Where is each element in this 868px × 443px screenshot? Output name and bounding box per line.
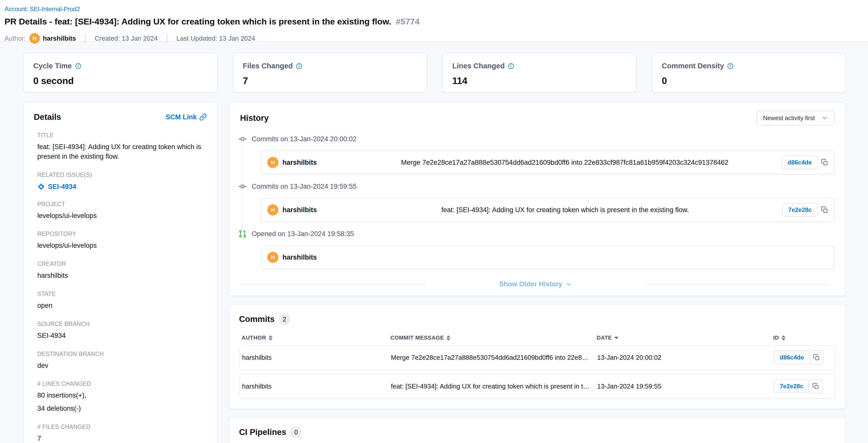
info-icon[interactable] (296, 63, 302, 69)
field-label: DESTINATION BRANCH (37, 351, 207, 357)
column-header-id[interactable]: ID (773, 334, 833, 341)
sort-desc-icon (614, 337, 618, 339)
ci-pipelines-count-badge: 0 (290, 426, 302, 438)
copy-icon[interactable] (809, 350, 824, 364)
info-icon[interactable] (727, 63, 734, 69)
metric-card-lines-changed: Lines Changed 114 (442, 53, 637, 93)
divider (167, 34, 167, 42)
cell-id: 7e2e28c (774, 379, 832, 393)
metric-value: 114 (453, 76, 627, 86)
timeline-connector (242, 145, 243, 183)
pr-author-avatar: H (267, 252, 278, 263)
cell-commit-message: feat: [SEI-4934]: Adding UX for creating… (391, 382, 597, 390)
commit-hash-chip[interactable]: 7e2e28c (782, 203, 818, 217)
field-value: 34 deletions(-) (37, 404, 207, 413)
sort-icon (781, 335, 785, 341)
copy-icon[interactable] (821, 159, 829, 166)
field-label: STATE (37, 291, 207, 297)
commit-hash-chip[interactable]: 7e2e28c (774, 379, 809, 393)
show-older-history-button[interactable]: Show Older History (499, 280, 572, 288)
metric-label: Files Changed (243, 62, 293, 70)
git-pull-request-icon (238, 229, 248, 239)
cell-author: harshilbits (242, 354, 391, 361)
detail-field-destination-branch: DESTINATION BRANCH dev (34, 351, 207, 371)
link-icon (199, 113, 207, 121)
history-event-heading: Opened on 13-Jan-2024 19:58:35 (252, 229, 834, 239)
copy-icon[interactable] (821, 206, 829, 214)
history-title: History (240, 113, 269, 123)
commits-title: Commits (239, 314, 275, 324)
history-commit-row: H harshilbits Merge 7e2e28ce17a27a888e53… (261, 151, 834, 174)
field-value: dev (37, 361, 207, 371)
history-sort-dropdown[interactable]: Newest activity first (756, 111, 834, 125)
history-panel: History Newest activity first (228, 102, 846, 296)
history-event-heading: Commits on 13-Jan-2024 20:00:02 (252, 134, 834, 144)
field-value: levelops/ui-levelops (37, 241, 207, 250)
field-label: # FILES CHANGED (37, 423, 207, 431)
metric-card-files-changed: Files Changed 7 (233, 53, 427, 93)
field-value: SEI-4934 (37, 331, 207, 341)
commit-author-avatar: H (267, 157, 278, 168)
field-value: open (37, 301, 207, 311)
field-label: CREATOR (37, 261, 207, 267)
cell-id: d86c4de (774, 350, 832, 364)
field-value: 7 (37, 434, 207, 443)
sort-icon (446, 335, 451, 341)
field-label: # LINES CHANGED (37, 380, 207, 387)
commits-panel: Commits 2 AUTHOR COMMIT MESSAGE DATE (228, 304, 846, 409)
author-avatar: H (29, 33, 40, 43)
git-commit-icon (238, 134, 248, 144)
ci-pipelines-panel: CI Pipelines 0 No Data (228, 417, 846, 443)
page-title: PR Details - feat: [SEI-4934]: Adding UX… (4, 17, 391, 27)
pr-author-name: harshilbits (282, 254, 317, 261)
column-header-commit-message[interactable]: COMMIT MESSAGE (391, 334, 597, 341)
cell-commit-message: Merge 7e2e28ce17a27a888e530754dd6ad21609… (391, 354, 597, 361)
detail-field-project: PROJECT levelops/ui-levelops (34, 201, 207, 221)
history-opened-row: H harshilbits (261, 245, 834, 269)
cell-author: harshilbits (242, 382, 391, 390)
created-date: Created: 13 Jan 2024 (95, 35, 158, 42)
sort-icon (269, 335, 273, 341)
divider (240, 284, 426, 285)
table-row: harshilbits Merge 7e2e28ce17a27a888e5307… (239, 345, 835, 370)
commit-hash-chip[interactable]: d86c4de (774, 351, 810, 364)
account-breadcrumb-link[interactable]: Account: SEI-Internal-Prod2 (4, 5, 80, 12)
info-icon[interactable] (508, 63, 514, 69)
column-header-date[interactable]: DATE (597, 334, 773, 341)
detail-field-related-issues: RELATED ISSUE(S) SEI-4934 (34, 172, 207, 191)
field-label: SOURCE BRANCH (37, 321, 207, 327)
field-label: REPOSITORY (37, 231, 207, 237)
column-label: COMMIT MESSAGE (391, 334, 444, 341)
pr-number: #5774 (396, 17, 420, 27)
empty-state: No Data (239, 440, 835, 443)
detail-field-repository: REPOSITORY levelops/ui-levelops (34, 231, 207, 250)
ci-pipelines-title: CI Pipelines (239, 427, 286, 437)
show-older-history-label: Show Older History (499, 280, 562, 288)
metrics-row: Cycle Time 0 second Files Changed 7 Line… (23, 53, 846, 93)
history-commit-row: H harshilbits feat: [SEI-4934]: Adding U… (261, 198, 834, 222)
git-commit-icon (238, 181, 248, 191)
related-issue-link[interactable]: SEI-4934 (37, 183, 207, 191)
column-label: ID (773, 334, 779, 341)
field-label: RELATED ISSUE(S) (37, 172, 207, 178)
related-issue-key: SEI-4934 (48, 183, 76, 191)
scm-link[interactable]: SCM Link (166, 113, 207, 121)
history-event-heading: Commits on 13-Jan-2024 19:59:55 (252, 181, 834, 191)
metric-label: Cycle Time (33, 62, 72, 70)
info-icon[interactable] (75, 63, 82, 69)
metric-card-comment-density: Comment Density 0 (652, 53, 846, 93)
last-updated-date: Last Updated: 13 Jan 2024 (176, 35, 255, 42)
author-label: Author: (4, 35, 26, 42)
cell-date: 13-Jan-2024 19:59:55 (597, 382, 774, 390)
commit-message: feat: [SEI-4934]: Adding UX for creating… (348, 206, 782, 214)
copy-icon[interactable] (809, 379, 823, 393)
details-panel: Details SCM Link TITLE feat: [SEI-4934]:… (23, 102, 217, 443)
commit-hash-chip[interactable]: d86c4de (781, 156, 818, 169)
author-name: harshilbits (43, 35, 76, 42)
history-timeline: Commits on 13-Jan-2024 20:00:02 H harshi… (237, 134, 834, 269)
column-header-author[interactable]: AUTHOR (242, 334, 391, 341)
metric-card-cycle-time: Cycle Time 0 second (23, 53, 218, 93)
field-value: feat: [SEI-4934]: Adding UX for creating… (37, 142, 207, 161)
details-title: Details (34, 112, 61, 122)
metric-value: 0 (662, 76, 836, 86)
